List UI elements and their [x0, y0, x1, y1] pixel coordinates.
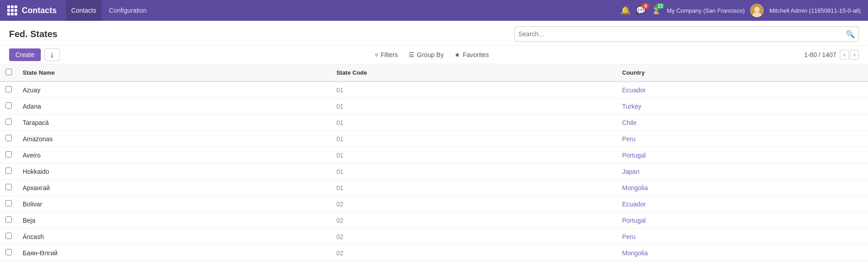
messaging-button[interactable]: 💬 4: [636, 5, 646, 15]
cell-country[interactable]: Japan: [617, 163, 868, 180]
cell-state-code: 02: [331, 245, 617, 261]
create-button[interactable]: Create: [9, 48, 41, 61]
cell-state-name: Azuay: [17, 81, 331, 98]
cell-country[interactable]: Turkey: [617, 98, 868, 115]
cell-state-code: 02: [331, 212, 617, 229]
cell-state-name: Amazonas: [17, 131, 331, 147]
col-state-code[interactable]: State Code: [331, 64, 617, 81]
row-checkbox-cell[interactable]: [0, 98, 17, 115]
export-button[interactable]: ⭳: [44, 48, 60, 61]
cell-country[interactable]: Portugal: [617, 147, 868, 163]
nav-link-contacts[interactable]: Contacts: [66, 0, 102, 21]
table-row[interactable]: Баян-Өлгий 02 Mongolia: [0, 245, 868, 261]
groupby-icon: ☰: [409, 51, 414, 58]
row-checkbox-cell[interactable]: [0, 81, 17, 98]
cell-country[interactable]: Ecuador: [617, 196, 868, 212]
cell-country[interactable]: Peru: [617, 229, 868, 245]
notifications-button[interactable]: 🔔: [620, 5, 630, 15]
select-all-checkbox[interactable]: [5, 69, 12, 75]
nav-link-configuration[interactable]: Configuration: [103, 0, 152, 21]
table-row[interactable]: Azuay 01 Ecuador: [0, 81, 868, 98]
prev-page-button[interactable]: ‹: [840, 50, 849, 60]
table-row[interactable]: Архангай 01 Mongolia: [0, 180, 868, 196]
navbar: Contacts Contacts Configuration 🔔 💬 4 ⏳ …: [0, 0, 868, 21]
row-checkbox[interactable]: [5, 119, 12, 125]
row-checkbox[interactable]: [5, 200, 12, 206]
row-checkbox[interactable]: [5, 184, 12, 190]
page-header: Fed. States 🔍: [0, 21, 868, 46]
row-checkbox[interactable]: [5, 86, 12, 92]
table-row[interactable]: Amazonas 01 Peru: [0, 131, 868, 147]
cell-state-name: Архангай: [17, 180, 331, 196]
col-state-name[interactable]: State Name: [17, 64, 331, 81]
table-row[interactable]: Beja 02 Portugal: [0, 212, 868, 229]
next-page-button[interactable]: ›: [850, 50, 859, 60]
table-row[interactable]: Tarapacá 01 Chile: [0, 115, 868, 131]
row-checkbox[interactable]: [5, 135, 12, 141]
cell-state-name: Баян-Өлгий: [17, 245, 331, 261]
cell-country[interactable]: Chile: [617, 115, 868, 131]
row-checkbox[interactable]: [5, 151, 12, 158]
group-by-label: Group By: [417, 51, 444, 58]
favorites-label: Favorites: [463, 51, 489, 58]
cell-country[interactable]: Mongolia: [617, 180, 868, 196]
row-checkbox-cell[interactable]: [0, 115, 17, 131]
select-all-header[interactable]: [0, 64, 17, 81]
row-checkbox-cell[interactable]: [0, 229, 17, 245]
table-container: State Name State Code Country Azuay 01 E…: [0, 64, 868, 261]
row-checkbox-cell[interactable]: [0, 245, 17, 261]
table-body: Azuay 01 Ecuador Adana 01 Turkey Tarapac…: [0, 81, 868, 261]
row-checkbox[interactable]: [5, 167, 12, 174]
row-checkbox[interactable]: [5, 216, 12, 223]
activity-button[interactable]: ⏳ 23: [651, 5, 661, 15]
row-checkbox[interactable]: [5, 233, 12, 239]
col-country[interactable]: Country: [617, 64, 868, 81]
toolbar-center: ▿ Filters ☰ Group By ★ Favorites: [371, 49, 493, 61]
user-name[interactable]: Mitchell Admin (11650811-15-0-all): [769, 7, 861, 14]
filters-button[interactable]: ▿ Filters: [371, 49, 402, 61]
cell-state-name: Aveiro: [17, 147, 331, 163]
cell-country[interactable]: Ecuador: [617, 81, 868, 98]
cell-state-name: Bolivar: [17, 196, 331, 212]
avatar[interactable]: [750, 4, 764, 17]
cell-state-code: 02: [331, 196, 617, 212]
cell-state-code: 01: [331, 163, 617, 180]
row-checkbox-cell[interactable]: [0, 163, 17, 180]
cell-country[interactable]: Peru: [617, 131, 868, 147]
brand-title: Contacts: [22, 6, 57, 15]
nav-arrows: ‹ ›: [840, 50, 859, 60]
group-by-button[interactable]: ☰ Group By: [404, 49, 448, 61]
cell-state-code: 01: [331, 147, 617, 163]
navbar-right: 🔔 💬 4 ⏳ 23 My Company (San Francisco) Mi…: [620, 4, 861, 17]
cell-state-name: Beja: [17, 212, 331, 229]
row-checkbox-cell[interactable]: [0, 180, 17, 196]
table-header: State Name State Code Country: [0, 64, 868, 81]
table-row[interactable]: Bolivar 02 Ecuador: [0, 196, 868, 212]
row-checkbox-cell[interactable]: [0, 131, 17, 147]
table-row[interactable]: Aveiro 01 Portugal: [0, 147, 868, 163]
apps-icon[interactable]: [7, 5, 17, 15]
toolbar-left: Create ⭳: [9, 48, 60, 61]
star-icon: ★: [454, 51, 460, 58]
company-info[interactable]: My Company (San Francisco): [667, 7, 745, 14]
cell-country[interactable]: Portugal: [617, 212, 868, 229]
table-row[interactable]: Hokkaido 01 Japan: [0, 163, 868, 180]
filters-label: Filters: [380, 51, 398, 58]
brand[interactable]: Contacts: [7, 5, 57, 15]
search-input[interactable]: [518, 30, 846, 38]
favorites-button[interactable]: ★ Favorites: [450, 49, 493, 61]
cell-country[interactable]: Mongolia: [617, 245, 868, 261]
row-checkbox-cell[interactable]: [0, 212, 17, 229]
search-bar: 🔍: [514, 26, 859, 42]
cell-state-name: Áncash: [17, 229, 331, 245]
row-checkbox-cell[interactable]: [0, 147, 17, 163]
cell-state-code: 01: [331, 131, 617, 147]
row-checkbox[interactable]: [5, 249, 12, 255]
row-checkbox[interactable]: [5, 102, 12, 109]
row-checkbox-cell[interactable]: [0, 196, 17, 212]
toolbar-right: 1-80 / 1407 ‹ ›: [804, 50, 859, 60]
table-row[interactable]: Adana 01 Turkey: [0, 98, 868, 115]
search-icon[interactable]: 🔍: [846, 30, 855, 38]
activity-badge: 23: [656, 3, 664, 9]
table-row[interactable]: Áncash 02 Peru: [0, 229, 868, 245]
